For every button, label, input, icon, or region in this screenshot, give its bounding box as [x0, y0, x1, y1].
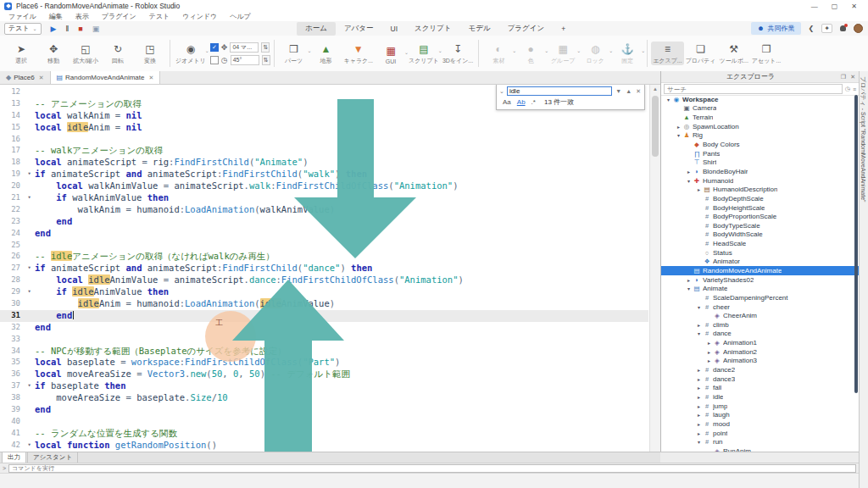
stop-button[interactable]: ■: [78, 25, 82, 33]
explorer-item[interactable]: ⊤Shirt: [661, 158, 859, 167]
code-line[interactable]: 41-- ランダムな位置を生成する関数: [0, 428, 648, 440]
minimize-button[interactable]: —: [811, 3, 818, 10]
code-line[interactable]: 37▾if baseplate then: [0, 380, 648, 392]
doc-tab[interactable]: ◆Place6✕: [0, 71, 51, 84]
output-tab[interactable]: アシスタント: [27, 452, 78, 463]
collaborate-button[interactable]: ☻ 共同作業: [751, 22, 800, 35]
explorer-item[interactable]: ▾♟Rig: [661, 131, 859, 141]
fold-arrow-icon[interactable]: ▾: [24, 380, 35, 392]
match-case-toggle[interactable]: Aa: [503, 98, 511, 106]
explorer-item[interactable]: ▾#run: [661, 437, 859, 446]
doc-tab[interactable]: ▤RandomMoveAndAnimate✕: [51, 71, 161, 84]
snap-value[interactable]: 04 マ...: [230, 42, 259, 53]
code-line[interactable]: 18local animateScript = rig:FindFirstChi…: [0, 157, 648, 169]
character-tool[interactable]: ▼キャラク...: [342, 42, 376, 65]
collapse-node-icon[interactable]: ▾: [695, 330, 703, 336]
explorer-item[interactable]: ▸#dance2: [661, 365, 859, 374]
explorer-item[interactable]: #BodyProportionScale: [661, 212, 859, 221]
code-line[interactable]: 39end: [0, 404, 648, 416]
assistant-sparkle-icon[interactable]: ✦: [821, 24, 832, 33]
collapse-node-icon[interactable]: ▾: [665, 97, 672, 103]
code-line[interactable]: 38 moveAreaSize = baseplate.Size/10: [0, 392, 648, 404]
expand-node-icon[interactable]: ▸: [705, 349, 713, 355]
explorer-item[interactable]: ▾✚Humanoid: [661, 176, 859, 186]
device-emulator-button[interactable]: ▣: [92, 25, 100, 33]
select-tool[interactable]: ➤選択: [5, 42, 37, 65]
explorer-item[interactable]: ▸#jump: [661, 402, 859, 411]
expand-node-icon[interactable]: ▸: [695, 385, 703, 391]
close-find-icon[interactable]: ✕: [635, 88, 642, 95]
script-tool[interactable]: ▤スクリプト⌄: [407, 42, 441, 65]
regex-toggle[interactable]: .*: [531, 98, 536, 106]
snap-checkbox[interactable]: ✓: [210, 43, 219, 52]
maximize-button[interactable]: ▢: [832, 3, 838, 10]
ribbon-tab[interactable]: アバター: [336, 22, 382, 36]
pause-button[interactable]: ‖: [66, 25, 70, 33]
expand-node-icon[interactable]: ▸: [695, 394, 703, 400]
menu-item[interactable]: 表示: [75, 12, 89, 21]
find-next-icon[interactable]: ▼: [615, 88, 622, 94]
explorer-item[interactable]: ▲Terrain: [661, 113, 859, 122]
collapse-node-icon[interactable]: ▾: [695, 439, 703, 445]
collapse-node-icon[interactable]: ▾: [695, 304, 703, 310]
expand-node-icon[interactable]: ▸: [675, 124, 682, 130]
explorer-search-input[interactable]: [664, 84, 843, 94]
explorer-item[interactable]: ▸#laugh: [661, 410, 859, 419]
find-input[interactable]: [507, 86, 612, 96]
script-editor[interactable]: 1213-- アニメーションの取得14local walkAnim = nil1…: [0, 85, 660, 452]
popout-icon[interactable]: ❐: [841, 74, 846, 80]
share-icon[interactable]: ❮: [809, 25, 815, 32]
explorer-item[interactable]: ▾#cheer: [661, 302, 859, 312]
explorer-item[interactable]: #BodyHeightScale: [661, 203, 859, 213]
explorer-item[interactable]: ▸#point: [661, 429, 859, 438]
code-line[interactable]: 42▾local function getRandomPosition(): [0, 440, 648, 452]
explorer-item[interactable]: ▾#dance: [661, 330, 859, 339]
explorer-item[interactable]: ▸◈Animation2: [661, 347, 859, 357]
collapse-node-icon[interactable]: ▾: [685, 178, 693, 184]
explorer-item[interactable]: ▾◉Workspace: [661, 95, 859, 104]
code-line[interactable]: 34-- NPCが移動する範囲（Baseplateのサイズを参考に設定）: [0, 346, 648, 358]
code-line[interactable]: 25: [0, 240, 648, 252]
snap-stepper[interactable]: ⇅: [261, 42, 270, 53]
snap-stepper[interactable]: ⇅: [262, 55, 270, 65]
explorer-item[interactable]: ▸#fall: [661, 384, 859, 393]
explorer-item[interactable]: ○Status: [661, 248, 859, 258]
code-line[interactable]: 17-- walkアニメーションの取得: [0, 145, 648, 157]
code-line[interactable]: 16: [0, 134, 648, 146]
fold-arrow-icon[interactable]: ▾: [24, 440, 35, 452]
explorer-item[interactable]: ∏Pants: [661, 149, 859, 158]
expand-node-icon[interactable]: ▸: [705, 340, 713, 346]
output-tab[interactable]: 出力: [2, 452, 26, 463]
explorer-item[interactable]: ▸#idle: [661, 392, 859, 402]
expand-node-icon[interactable]: ▸: [695, 421, 703, 427]
play-button[interactable]: ▶: [51, 25, 57, 33]
toolbox-toggle[interactable]: ⚒ツールボ...: [718, 42, 750, 65]
expand-node-icon[interactable]: ▸: [695, 412, 703, 418]
expand-find-icon[interactable]: ⌄: [499, 88, 504, 95]
explorer-item[interactable]: ◈CheerAnim: [661, 311, 859, 320]
menu-item[interactable]: プラグイン: [102, 12, 136, 21]
close-button[interactable]: ✕: [851, 3, 857, 10]
explorer-item[interactable]: ▣Camera: [661, 104, 859, 114]
explorer-item[interactable]: ▸◈Animation3: [661, 357, 859, 366]
asset-manager-toggle[interactable]: ❐アセット...: [750, 42, 783, 65]
menu-item[interactable]: ファイル: [8, 12, 36, 21]
ribbon-tab[interactable]: モデル: [460, 22, 499, 36]
collapsed-properties-tab[interactable]: プロパティ - Script "RandomMoveAndAnimate": [859, 71, 868, 488]
find-previous-icon[interactable]: ▲: [625, 88, 632, 94]
explorer-item[interactable]: #HeadScale: [661, 239, 859, 248]
import-3d-tool[interactable]: ↧3Dをイン...: [441, 42, 475, 65]
fold-arrow-icon[interactable]: ▾: [24, 192, 35, 204]
transform-tool[interactable]: ◳変換: [134, 42, 166, 65]
code-line[interactable]: 30 idleAnim = humanoid:LoadAnimation(idl…: [0, 298, 648, 310]
menu-item[interactable]: 編集: [49, 12, 63, 21]
ribbon-tab[interactable]: +: [553, 23, 574, 35]
terrain-tool[interactable]: ▲地形: [310, 42, 342, 65]
fold-arrow-icon[interactable]: ▾: [24, 263, 35, 274]
collapse-node-icon[interactable]: ▾: [685, 286, 693, 291]
explorer-item[interactable]: ▤RandomMoveAndAnimate: [661, 266, 859, 275]
snap-checkbox[interactable]: [210, 56, 219, 64]
move-tool[interactable]: ✥移動: [37, 42, 70, 65]
expand-node-icon[interactable]: ▸: [685, 277, 693, 283]
whole-word-toggle[interactable]: Ab: [517, 98, 526, 106]
